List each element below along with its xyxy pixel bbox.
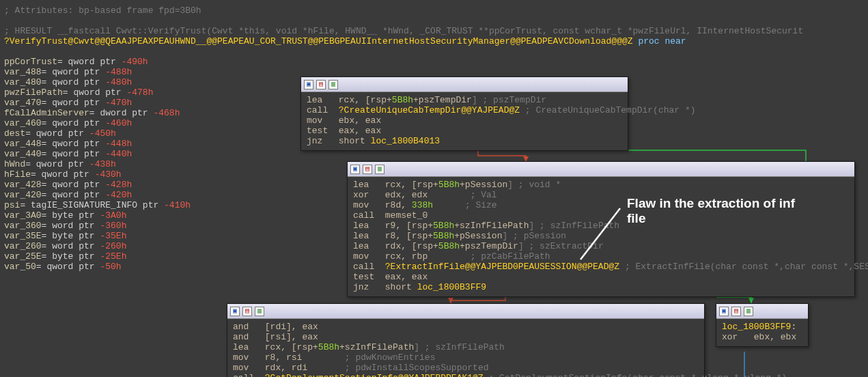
- graph-node-create-temp-dir[interactable]: ▣ ▤ ▥ lea rcx, [rsp+5B8h+pszTempDir] ; p…: [300, 76, 628, 151]
- graph-node-body: lea rcx, [rsp+5B8h+pSession] ; void * xo…: [348, 177, 854, 296]
- view-code-icon[interactable]: ▣: [230, 307, 240, 316]
- annotation-label: Flaw in the extraction of inf file: [627, 196, 795, 226]
- graph-node-extract-inf[interactable]: ▣ ▤ ▥ lea rcx, [rsp+5B8h+pSession] ; voi…: [347, 161, 855, 297]
- view-pseudocode-icon[interactable]: ▤: [316, 80, 326, 89]
- view-stack-icon[interactable]: ▥: [375, 165, 384, 174]
- graph-node-titlebar: ▣ ▤ ▥: [227, 304, 704, 319]
- svg-marker-1: [448, 298, 453, 303]
- view-stack-icon[interactable]: ▥: [255, 307, 264, 316]
- graph-node-body: loc_1800B3FF9:xor ebx, ebx: [716, 319, 808, 346]
- graph-node-body: and [rdi], eax and [rsi], eax lea rcx, […: [227, 319, 704, 377]
- view-code-icon[interactable]: ▣: [350, 165, 360, 174]
- graph-node-titlebar: ▣ ▤ ▥: [348, 162, 854, 177]
- view-stack-icon[interactable]: ▥: [328, 80, 338, 89]
- svg-marker-2: [748, 298, 754, 303]
- graph-node-clear-ebx[interactable]: ▣ ▤ ▥ loc_1800B3FF9:xor ebx, ebx: [716, 303, 809, 347]
- view-stack-icon[interactable]: ▥: [744, 307, 753, 316]
- view-pseudocode-icon[interactable]: ▤: [731, 307, 741, 316]
- graph-node-deployment-info[interactable]: ▣ ▤ ▥ and [rdi], eax and [rsi], eax lea …: [227, 303, 705, 377]
- disassembly-listing: ; Attributes: bp-based frame fpd=3B0h ; …: [0, 0, 249, 335]
- graph-node-titlebar: ▣ ▤ ▥: [301, 77, 628, 92]
- view-code-icon[interactable]: ▣: [304, 80, 313, 89]
- view-code-icon[interactable]: ▣: [719, 307, 729, 316]
- view-pseudocode-icon[interactable]: ▤: [242, 307, 252, 316]
- graph-node-body: lea rcx, [rsp+5B8h+pszTempDir] ; pszTemp…: [301, 92, 628, 150]
- view-pseudocode-icon[interactable]: ▤: [363, 165, 372, 174]
- graph-node-titlebar: ▣ ▤ ▥: [716, 304, 808, 319]
